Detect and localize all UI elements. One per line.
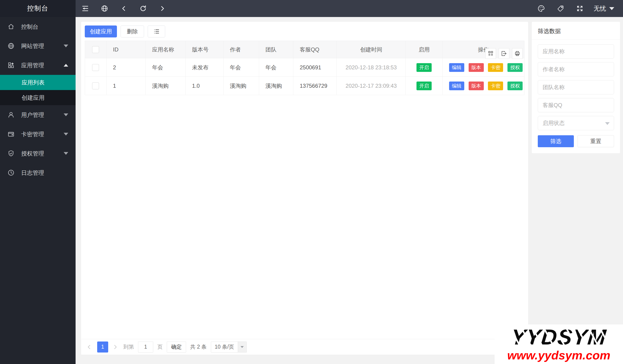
table-toolbar: 创建应用 删除 [81,22,528,40]
cell-id: 1 [106,77,145,95]
filter-app-name-input[interactable] [538,44,614,59]
cell-team: 溪淘购 [259,77,293,95]
refresh-icon[interactable] [134,0,153,17]
forward-icon[interactable] [153,0,172,17]
filter-author-input[interactable] [538,62,614,76]
status-badge[interactable]: 开启 [417,63,432,72]
logo-title: 控制台 [27,4,48,13]
authorize-button[interactable]: 授权 [508,82,523,90]
columns-filter-icon[interactable] [485,48,496,59]
row-checkbox[interactable] [92,83,99,89]
clock-icon [7,169,15,176]
sidebar-item-logs[interactable]: 日志管理 [0,163,76,182]
cardkey-button[interactable]: 卡密 [488,82,503,90]
sidebar-subitem-app-create[interactable]: 创建应用 [0,90,76,105]
topbar-right: 无忧 [532,0,623,17]
sidebar-subitem-label: 应用列表 [22,79,44,86]
col-header-id: ID [106,41,145,58]
collapse-menu-icon[interactable] [76,0,95,17]
cell-version: 1.0 [186,77,223,95]
filter-panel: 筛选数据 启用状态 筛选 重置 [532,22,620,153]
chevron-down-icon [64,133,68,135]
user-menu[interactable]: 无忧 [589,0,617,17]
tag-icon[interactable] [551,0,570,17]
filter-status-select[interactable]: 启用状态 [538,116,614,130]
wallet-icon [7,130,15,138]
next-page-icon[interactable] [112,344,119,350]
cell-name: 溪淘购 [145,77,185,95]
row-checkbox[interactable] [92,64,99,71]
cell-qq: 2500691 [293,58,336,77]
chevron-down-icon [64,152,68,155]
table-row: 2 年会 未发布 年会 年会 2500691 2020-12-18 23:18:… [85,58,524,77]
shield-icon [7,150,15,157]
edit-button[interactable]: 编辑 [449,63,464,72]
delete-button[interactable]: 删除 [121,25,144,37]
sidebar-item-users[interactable]: 用户管理 [0,105,76,125]
print-icon[interactable] [512,48,523,59]
cell-team: 年会 [259,58,293,77]
status-badge[interactable]: 开启 [417,82,432,90]
col-header-qq: 客服QQ [293,41,336,58]
page-size-select[interactable]: 10 条/页 [211,342,247,353]
version-button[interactable]: 版本 [469,63,484,72]
version-button[interactable]: 版本 [469,82,484,90]
chevron-down-icon [64,44,68,47]
jump-page-input[interactable] [138,342,153,353]
jump-prefix-label: 到第 [123,343,134,350]
back-icon[interactable] [114,0,134,17]
col-header-team: 团队 [259,41,293,58]
authorize-button[interactable]: 授权 [508,63,523,72]
export-icon[interactable] [499,48,509,59]
sidebar-item-label: 用户管理 [21,111,44,119]
create-app-button[interactable]: 创建应用 [85,25,117,37]
cell-created: 2020-12-18 23:18:53 [337,58,406,77]
sidebar-item-label: 应用管理 [21,62,44,69]
prev-page-icon[interactable] [86,344,93,350]
sidebar-item-cards[interactable]: 卡密管理 [0,125,76,144]
sidebar-item-apps[interactable]: 应用管理 [0,56,76,75]
chevron-down-icon [609,7,614,10]
apps-submenu: 应用列表 创建应用 [0,75,76,105]
col-header-version: 版本号 [186,41,223,58]
list-view-button[interactable] [148,25,165,37]
edit-button[interactable]: 编辑 [449,82,464,90]
cell-qq: 137566729 [293,77,336,95]
page-number-1[interactable]: 1 [97,342,108,353]
cardkey-button[interactable]: 卡密 [488,63,503,72]
total-count-label: 共 2 条 [190,343,207,350]
col-header-author: 作者 [223,41,259,58]
watermark-url: www.yydsym.com [507,348,610,362]
sidebar-subitem-app-list[interactable]: 应用列表 [0,75,76,90]
filter-qq-input[interactable] [538,98,614,112]
app-list-card: 创建应用 删除 [81,22,528,355]
sidebar-item-website[interactable]: 网站管理 [0,36,76,56]
cell-created: 2020-12-17 23:09:43 [337,77,406,95]
user-name: 无忧 [594,4,606,13]
card-tools [485,48,523,59]
cell-author: 年会 [223,58,259,77]
select-all-checkbox[interactable] [92,46,99,53]
sidebar-item-label: 日志管理 [21,169,44,177]
sidebar-item-authorize[interactable]: 授权管理 [0,144,76,163]
globe-icon [7,42,15,50]
fullscreen-icon[interactable] [570,0,589,17]
globe-icon[interactable] [95,0,114,17]
col-header-name: 应用名称 [145,41,185,58]
filter-team-input[interactable] [538,80,614,94]
table-header-row: ID 应用名称 版本号 作者 团队 客服QQ 创建时间 启用 操作 [85,41,524,58]
chevron-down-icon [238,342,246,352]
page-size-value: 10 条/页 [211,342,238,352]
filter-reset-button[interactable]: 重置 [578,135,614,147]
confirm-jump-button[interactable]: 确定 [167,342,186,353]
sidebar: 控制台 网站管理 应用管理 应用列表 创建应用 [0,17,76,364]
cell-id: 2 [106,58,145,77]
palette-icon[interactable] [532,0,551,17]
watermark: YYDSYM www.yydsym.com [495,324,623,364]
sidebar-item-dashboard[interactable]: 控制台 [0,17,76,36]
filter-submit-button[interactable]: 筛选 [538,135,574,147]
sidebar-subitem-label: 创建应用 [22,94,44,102]
cell-name: 年会 [145,58,185,77]
chevron-up-icon [64,64,68,67]
sidebar-item-label: 网站管理 [21,42,44,50]
